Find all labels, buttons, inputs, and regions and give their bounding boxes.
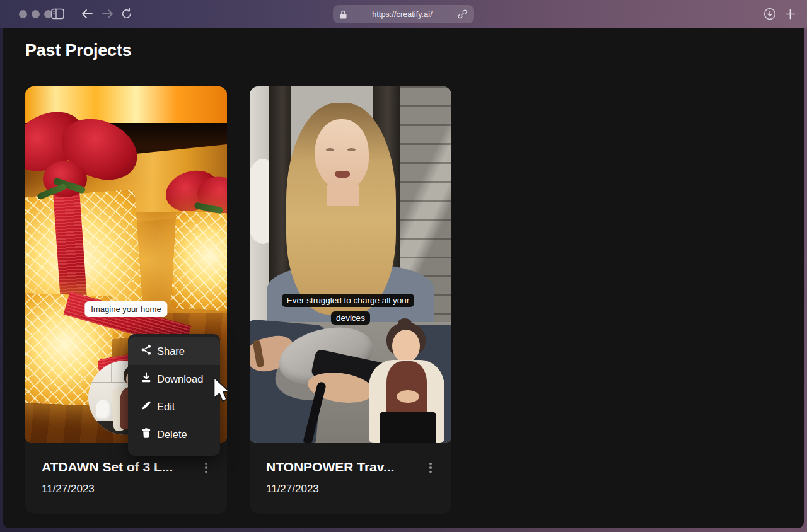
browser-toolbar: https://creatify.ai/ <box>0 0 807 28</box>
lock-icon <box>340 10 347 19</box>
more-options-icon[interactable] <box>425 460 436 475</box>
sidebar-toggle-icon[interactable] <box>51 8 64 20</box>
more-options-icon[interactable] <box>200 460 212 475</box>
menu-item-label: Download <box>157 373 203 385</box>
art-shape <box>397 390 419 403</box>
art-shape <box>315 119 369 190</box>
art-shape <box>392 330 420 362</box>
menu-item-label: Edit <box>157 401 175 413</box>
video-caption: Ever struggled to charge all your device… <box>271 291 430 327</box>
window-close-button[interactable] <box>19 10 27 18</box>
art-shape <box>347 148 356 151</box>
new-tab-icon[interactable] <box>785 9 796 20</box>
project-date: 11/27/2023 <box>266 483 436 495</box>
edit-icon <box>141 400 152 413</box>
downloads-icon[interactable] <box>763 8 776 20</box>
gift-box-art <box>171 211 227 312</box>
reload-icon[interactable] <box>120 8 133 20</box>
menu-item-edit[interactable]: Edit <box>128 393 220 420</box>
window-minimize-button[interactable] <box>32 10 40 18</box>
link-icon[interactable] <box>458 9 467 19</box>
delete-icon <box>141 427 152 441</box>
menu-item-label: Delete <box>157 429 187 441</box>
forward-icon[interactable] <box>102 9 114 19</box>
menu-item-label: Share <box>157 345 185 357</box>
project-card-atdawn[interactable]: Imagine your home <box>25 86 227 514</box>
menu-item-delete[interactable]: Delete <box>128 420 220 448</box>
page-title: Past Projects <box>25 41 131 61</box>
download-icon <box>141 372 152 386</box>
project-card-ntonpower[interactable]: Ever struggled to charge all your device… <box>250 86 451 514</box>
project-thumbnail[interactable]: Ever struggled to charge all your device… <box>250 86 451 443</box>
mouse-cursor <box>212 377 231 405</box>
share-icon <box>141 344 152 358</box>
art-shape <box>327 185 359 206</box>
menu-item-download[interactable]: Download <box>128 365 220 393</box>
project-title: NTONPOWER Trav... <box>266 460 394 475</box>
screenshot-root: { "browser": { "url": "https://creatify.… <box>0 0 807 532</box>
presenter-overlay <box>354 322 451 443</box>
art-shape <box>326 148 334 151</box>
art-shape <box>380 412 436 443</box>
art-shape <box>111 361 112 382</box>
project-date: 11/27/2023 <box>42 483 212 495</box>
kettle-art <box>96 400 112 420</box>
card-footer: NTONPOWER Trav... 11/27/2023 <box>250 443 451 514</box>
menu-item-share[interactable]: Share <box>128 337 220 365</box>
url-text[interactable]: https://creatify.ai/ <box>347 10 458 19</box>
art-shape <box>386 361 427 413</box>
context-menu: Share Download Edit <box>128 334 220 456</box>
project-title: ATDAWN Set of 3 L... <box>42 460 173 475</box>
page-content: Past Projects <box>3 28 804 528</box>
address-bar[interactable]: https://creatify.ai/ <box>333 5 474 23</box>
video-caption: Imagine your home <box>84 301 167 317</box>
back-icon[interactable] <box>81 9 93 19</box>
art-shape <box>335 171 350 178</box>
